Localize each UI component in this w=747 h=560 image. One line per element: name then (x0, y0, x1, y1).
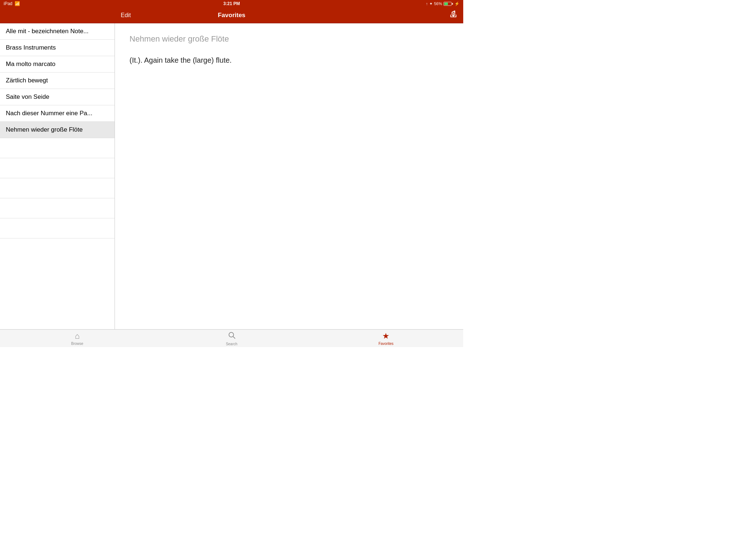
nav-right (449, 10, 457, 20)
list-item-empty (0, 218, 115, 238)
list-item-selected[interactable]: Nehmen wieder große Flöte (0, 122, 115, 138)
list-item[interactable]: Brass Instruments (0, 40, 115, 56)
house-icon: ⌂ (75, 331, 80, 341)
list-item-empty (0, 158, 115, 178)
wifi-icon: 📶 (15, 1, 20, 6)
main-layout: Alle mit - bezeichneten Note... Brass In… (0, 23, 463, 329)
list-item-empty (0, 198, 115, 218)
status-time: 3:21 PM (223, 1, 240, 6)
tab-search[interactable]: Search (154, 330, 309, 347)
star-icon: ★ (382, 331, 390, 341)
list-item-empty (0, 138, 115, 158)
status-right: ↑ ✦ 56% ⚡ (426, 1, 460, 6)
svg-line-3 (233, 337, 235, 338)
status-left: iPad 📶 (4, 1, 20, 6)
list-item[interactable]: Zärtlich bewegt (0, 73, 115, 89)
tab-search-label: Search (226, 342, 237, 346)
list-item-empty (0, 178, 115, 198)
nav-bar: Favorites Edit (0, 7, 463, 23)
bluetooth-icon: ✦ (429, 1, 433, 6)
edit-button[interactable]: Edit (121, 12, 131, 19)
search-icon (228, 331, 236, 341)
share-button[interactable] (449, 10, 457, 20)
battery-indicator (444, 2, 453, 6)
tab-browse[interactable]: ⌂ Browse (0, 330, 154, 347)
tab-favorites[interactable]: ★ Favorites (309, 330, 463, 347)
tab-favorites-label: Favorites (379, 342, 394, 346)
status-bar: iPad 📶 3:21 PM ↑ ✦ 56% ⚡ (0, 0, 463, 7)
list-item[interactable]: Saite von Seide (0, 89, 115, 105)
detail-pane: Nehmen wieder große Flöte (It.). Again t… (115, 23, 463, 329)
arrow-icon: ↑ (426, 1, 428, 6)
detail-body: (It.). Again take the (large) flute. (129, 55, 449, 66)
sidebar: Alle mit - bezeichneten Note... Brass In… (0, 23, 115, 329)
list-item[interactable]: Ma molto marcato (0, 56, 115, 73)
share-icon (449, 10, 457, 18)
charging-icon: ⚡ (454, 1, 460, 6)
list-item[interactable]: Alle mit - bezeichneten Note... (0, 23, 115, 40)
list-item[interactable]: Nach dieser Nummer eine Pa... (0, 105, 115, 122)
detail-title: Nehmen wieder große Flöte (129, 34, 449, 44)
tab-browse-label: Browse (71, 342, 83, 346)
device-label: iPad (4, 1, 12, 6)
battery-percent: 56% (434, 1, 442, 6)
tab-bar: ⌂ Browse Search ★ Favorites (0, 329, 463, 347)
nav-title: Favorites (195, 12, 268, 19)
